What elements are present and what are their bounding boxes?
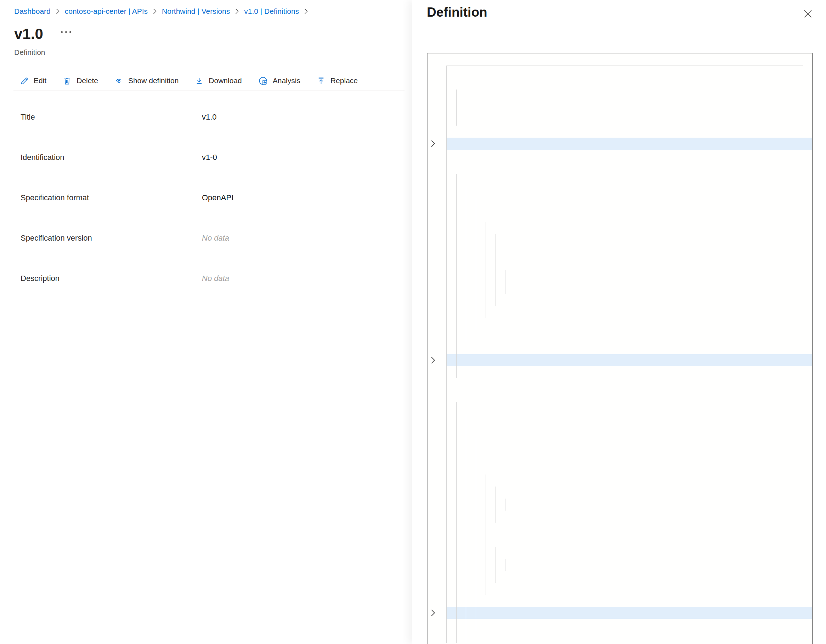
property-row-title: Title v1.0	[0, 113, 390, 127]
fold-chevron-icon[interactable]	[431, 609, 436, 616]
property-label: Specification format	[20, 193, 89, 203]
breadcrumb-link-versions[interactable]: Northwind | Versions	[162, 7, 230, 15]
code-line[interactable]	[446, 138, 812, 150]
code-line[interactable]	[446, 571, 812, 583]
code-line[interactable]	[446, 198, 812, 210]
code-line[interactable]	[446, 90, 812, 102]
property-label: Specification version	[20, 234, 92, 243]
toolbar-divider	[14, 91, 405, 91]
code-line[interactable]	[446, 607, 812, 619]
code-line[interactable]	[446, 559, 812, 571]
code-line[interactable]	[446, 450, 812, 463]
property-label: Description	[20, 274, 59, 283]
code-line[interactable]	[446, 426, 812, 438]
code-line[interactable]	[446, 390, 812, 402]
property-value-empty: No data	[202, 234, 229, 243]
edit-button[interactable]: Edit	[20, 76, 47, 85]
code-line[interactable]	[446, 77, 812, 90]
analysis-button[interactable]: Analysis	[258, 76, 300, 86]
code-line[interactable]	[446, 258, 812, 270]
page-title: v1.0	[14, 25, 43, 42]
code-line[interactable]	[446, 125, 812, 138]
code-line[interactable]	[446, 330, 812, 342]
property-row-description: Description No data	[0, 274, 390, 288]
breadcrumb: Dashboard contoso-api-center | APIs Nort…	[14, 7, 313, 15]
code-line[interactable]	[446, 511, 812, 523]
code-line[interactable]	[446, 583, 812, 595]
page-subtitle: Definition	[14, 48, 45, 57]
code-line[interactable]	[446, 475, 812, 486]
code-line[interactable]	[446, 535, 812, 547]
code-line[interactable]	[446, 402, 812, 414]
code-line[interactable]	[446, 222, 812, 234]
code-line[interactable]	[446, 414, 812, 426]
code-line[interactable]	[446, 366, 812, 378]
code-line[interactable]	[446, 65, 812, 77]
chevron-right-icon	[304, 8, 308, 14]
delete-label: Delete	[76, 76, 98, 85]
code-line[interactable]	[446, 53, 812, 65]
ellipsis-icon[interactable]	[61, 31, 71, 33]
show-definition-label: Show definition	[128, 76, 179, 85]
replace-label: Replace	[331, 76, 358, 85]
fold-chevron-icon[interactable]	[431, 357, 436, 364]
replace-button[interactable]: Replace	[317, 76, 358, 85]
code-line[interactable]	[446, 246, 812, 258]
analysis-label: Analysis	[273, 76, 300, 85]
code-line[interactable]	[446, 150, 812, 162]
breadcrumb-link-definitions[interactable]: v1.0 | Definitions	[244, 7, 299, 15]
command-bar: Edit Delete Show definition Download Ana…	[20, 71, 358, 90]
code-line[interactable]	[446, 234, 812, 246]
code-line[interactable]	[446, 270, 812, 282]
edit-label: Edit	[34, 76, 47, 85]
code-line[interactable]	[446, 174, 812, 186]
code-line[interactable]	[446, 282, 812, 294]
code-line[interactable]	[446, 102, 812, 114]
code-lines	[446, 53, 812, 643]
download-icon	[195, 76, 204, 85]
code-line[interactable]	[446, 595, 812, 607]
breadcrumb-link-dashboard[interactable]: Dashboard	[14, 7, 51, 15]
definition-panel: Definition	[412, 0, 826, 644]
property-label: Title	[20, 113, 35, 122]
delete-button[interactable]: Delete	[63, 76, 98, 85]
breadcrumb-link-api-center[interactable]: contoso-api-center | APIs	[65, 7, 148, 15]
editor-gutter	[427, 53, 446, 644]
code-line[interactable]	[446, 463, 812, 475]
property-value-empty: No data	[202, 274, 229, 283]
code-line[interactable]	[446, 547, 812, 559]
code-line[interactable]	[446, 498, 812, 511]
eye-icon	[115, 76, 123, 85]
analysis-icon	[258, 76, 268, 86]
property-value: v1-0	[202, 153, 217, 162]
code-line[interactable]	[446, 354, 812, 366]
code-line[interactable]	[446, 162, 812, 174]
code-line[interactable]	[446, 318, 812, 330]
property-value: v1.0	[202, 113, 217, 122]
code-line[interactable]	[446, 378, 812, 390]
property-value: OpenAPI	[202, 193, 233, 203]
download-button[interactable]: Download	[195, 76, 242, 85]
code-line[interactable]	[446, 619, 812, 631]
code-line[interactable]	[446, 342, 812, 354]
close-icon[interactable]	[803, 8, 813, 19]
overview-ruler	[803, 53, 803, 644]
code-line[interactable]	[446, 438, 812, 450]
code-line[interactable]	[446, 486, 812, 498]
code-line[interactable]	[446, 294, 812, 306]
code-line[interactable]	[446, 631, 812, 643]
code-line[interactable]	[446, 186, 812, 198]
pencil-icon	[20, 76, 29, 85]
code-line[interactable]	[446, 114, 812, 125]
current-line-separator	[446, 65, 803, 66]
code-line[interactable]	[446, 210, 812, 222]
code-line[interactable]	[446, 306, 812, 318]
upload-icon	[317, 76, 326, 85]
code-editor[interactable]	[427, 53, 813, 644]
fold-chevron-icon[interactable]	[431, 140, 436, 147]
trash-icon	[63, 76, 71, 85]
chevron-right-icon	[56, 8, 59, 14]
panel-title: Definition	[427, 5, 488, 20]
show-definition-button[interactable]: Show definition	[115, 76, 179, 85]
code-line[interactable]	[446, 523, 812, 535]
